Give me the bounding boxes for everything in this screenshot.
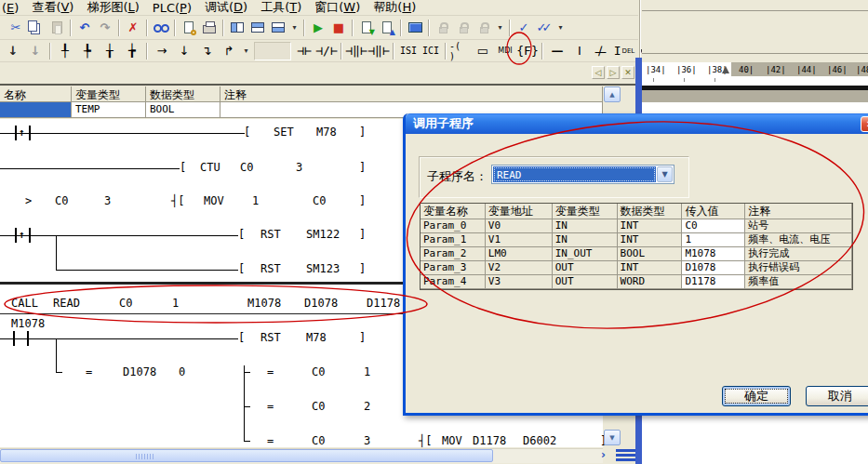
stop-icon[interactable]: ■ [328,19,349,37]
dialog-title[interactable]: 调用子程序 [406,113,868,134]
operand[interactable]: 1 [252,194,259,207]
print-preview-icon[interactable] [179,19,199,37]
compile-dropdown[interactable]: ▾ [554,19,567,37]
wire-right-icon[interactable]: → [151,42,173,60]
operand[interactable]: D1178 [473,434,506,447]
scroll-down-button[interactable]: ▼ [604,430,621,445]
view-split-icon[interactable] [247,19,268,37]
lock-dropdown[interactable]: ▾ [494,19,506,37]
nav-close-button[interactable]: ✕ [621,66,634,79]
compare-op[interactable]: > [25,194,32,207]
operand[interactable]: C0 [313,194,326,207]
table-cell[interactable]: 1 [682,233,745,247]
selected-variable-name-cell[interactable] [0,102,72,118]
instr-set[interactable]: SET [274,126,294,139]
view-dropdown[interactable]: ▾ [288,19,300,37]
hline-icon[interactable]: — [546,42,568,60]
compare-op[interactable]: = [267,434,274,447]
operand[interactable]: 3 [296,161,302,174]
operand[interactable]: 3 [364,434,370,447]
operand[interactable]: C0 [312,434,325,447]
table-cell[interactable]: C0 [682,219,745,233]
menu-item-6[interactable]: 窗口(W) [314,0,360,16]
coil-reset-icon[interactable]: ΙCΙ [420,42,442,60]
ruler-marker[interactable] [722,66,729,73]
mdi-icon[interactable]: MDI [494,42,516,60]
variable-type-cell[interactable]: TEMP [72,102,146,118]
paste-icon[interactable] [47,19,67,37]
rising-edge-contact[interactable]: ↑ [15,126,31,140]
compare-op[interactable]: = [267,365,274,378]
lock-partial-icon[interactable] [453,19,474,37]
run-icon[interactable]: ▶ [308,19,328,37]
wire-down-icon[interactable]: ↓ [173,42,195,60]
nav-forward-button[interactable]: ▷ [607,66,620,79]
find-icon[interactable] [151,19,171,37]
call-param[interactable]: D1078 [304,297,338,310]
contact-nc-icon[interactable]: ⊣/⊢ [315,42,338,60]
scroll-up-button[interactable]: ▲ [604,86,621,102]
operand[interactable]: 0 [179,365,185,378]
chevron-down-icon[interactable]: ▼ [657,166,673,182]
instr-mov[interactable]: MOV [442,434,462,447]
lock-icon[interactable] [433,19,453,37]
wire-up-icon[interactable]: ↱ [218,42,240,60]
vline-icon[interactable]: Ι [568,42,591,60]
wire-corner-icon[interactable]: ↴ [195,42,218,60]
no-contact-m1078[interactable] [13,331,29,346]
operand[interactable]: 1 [364,365,370,378]
compare-op[interactable]: = [86,365,92,378]
instr-mov[interactable]: MOV [204,194,224,207]
compare-op[interactable]: = [267,400,274,413]
copy-icon[interactable] [26,19,47,37]
operand[interactable]: C0 [312,400,325,413]
operand[interactable]: C0 [312,365,325,378]
rising-edge-contact[interactable]: ↑ [15,228,31,243]
cancel-button[interactable]: 取消 [806,386,868,406]
undo-icon[interactable]: ↶ [74,19,95,37]
insert-network-icon[interactable]: ↓ [2,42,24,60]
delete-line-icon[interactable]: ΙDEL [613,42,635,60]
table-cell[interactable]: D1178 [682,275,745,289]
operand[interactable]: SM123 [306,262,340,275]
menu-item-7[interactable]: 帮助(H) [373,0,416,16]
call-param[interactable]: 1 [172,297,179,310]
append-row-icon[interactable]: ╄ [76,42,99,60]
contact-no-icon[interactable]: ⊣⊢ [293,42,315,60]
menu-item-1[interactable]: 查看(V) [32,0,73,16]
wire-dropdown[interactable]: ▾ [240,42,252,60]
subroutine-combobox[interactable]: READ ▼ [491,165,674,184]
menu-item-2[interactable]: 梯形图(L) [87,0,139,16]
call-keyword[interactable]: CALL [11,297,38,310]
cut-icon[interactable]: ✂ [6,19,26,37]
ok-button[interactable]: 确定 [722,386,791,406]
instr-rst[interactable]: RST [260,228,281,241]
call-param[interactable]: M1078 [247,297,281,310]
delete-icon[interactable]: ✗ [123,19,143,37]
instruction-box-icon[interactable]: ▭ [472,42,494,60]
print-icon[interactable] [199,19,220,37]
delete-row-icon[interactable]: ╁ [99,42,121,60]
operand[interactable]: 3 [104,194,111,207]
call-param[interactable]: D1178 [367,297,400,310]
monitor-icon[interactable] [405,19,425,37]
view-project-icon[interactable] [227,19,247,37]
close-icon[interactable]: ✕ [861,116,868,132]
operand[interactable]: C0 [240,161,253,174]
table-cell[interactable]: M1078 [682,247,745,261]
view-output-icon[interactable] [268,19,288,37]
insert-row-icon[interactable]: ╀ [54,42,76,60]
operand[interactable]: D1078 [123,365,156,378]
menu-item-3[interactable]: PLC(P) [153,1,192,15]
slash-line-icon[interactable]: —∕ [591,42,613,60]
coil-set-icon[interactable]: ΙSΙ [397,42,420,60]
nav-back-button[interactable]: ◁ [592,66,605,79]
operand[interactable]: C0 [55,194,68,207]
coil-out-icon[interactable]: -( ) [449,42,472,60]
compile-all-icon[interactable]: ✓✓ [534,19,554,37]
contact-rising-icon[interactable]: ⊣‖⊢ [345,42,367,60]
lock-edit-icon[interactable] [474,19,494,37]
function-call-icon[interactable]: {F} [516,42,539,60]
operand[interactable]: 2 [364,400,370,413]
instr-rst[interactable]: RST [260,331,281,344]
